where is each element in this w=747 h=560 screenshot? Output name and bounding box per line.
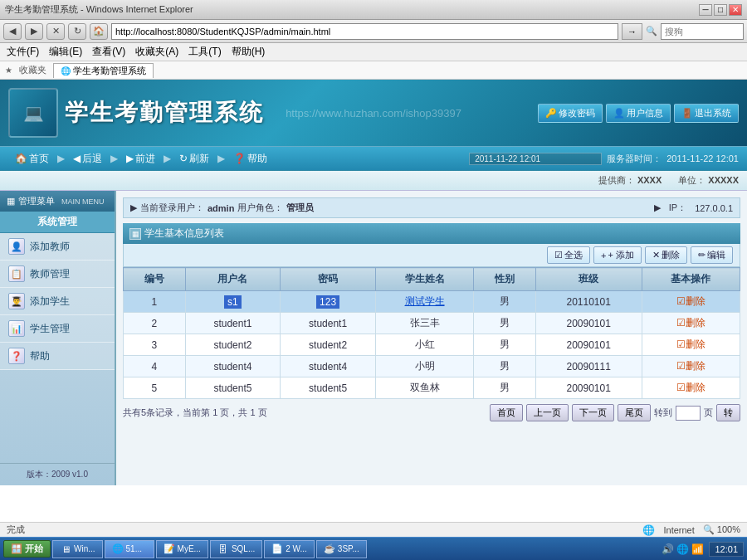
live-search-icon: 🔍 — [646, 26, 657, 37]
taskbar-clock: 12:01 — [709, 542, 744, 557]
cell-password: student4 — [281, 356, 376, 377]
lock-icon: 🔑 — [545, 108, 557, 119]
delete-action-link[interactable]: ☑删除 — [676, 338, 706, 350]
nav-refresh[interactable]: ↻ 刷新 — [173, 150, 216, 168]
table-row: 3 student2 student2 小红 男 20090101 ☑删除 — [124, 334, 740, 356]
cell-class: 20090111 — [535, 356, 642, 377]
forward-button[interactable]: ▶ — [25, 23, 43, 40]
sidebar-item-help[interactable]: ❓ 帮助 — [0, 343, 115, 370]
go-page-button[interactable]: 转 — [716, 404, 740, 421]
taskbar: 🪟 开始 🖥 Win... 🌐 51... 📝 MyE... 🗄 SQL... … — [0, 537, 747, 560]
cell-action[interactable]: ☑删除 — [642, 313, 740, 334]
logout-button[interactable]: 🚪 退出系统 — [674, 104, 739, 123]
sidebar-label-add-student: 添加学生 — [30, 295, 70, 309]
cell-password[interactable]: 123 — [281, 291, 376, 313]
cell-action[interactable]: ☑删除 — [642, 377, 740, 399]
cell-name: 小明 — [375, 356, 473, 377]
next-page-button[interactable]: 下一页 — [572, 404, 614, 421]
favorites-label: 收藏夹 — [19, 64, 46, 76]
menu-file[interactable]: 文件(F) — [7, 45, 39, 59]
browser-toolbar: ◀ ▶ ✕ ↻ 🏠 → 🔍 — [0, 20, 747, 43]
cell-action[interactable]: ☑删除 — [642, 291, 740, 313]
start-button[interactable]: 🪟 开始 — [3, 540, 51, 558]
home-button[interactable]: 🏠 — [90, 23, 108, 40]
menu-edit[interactable]: 编辑(E) — [49, 45, 82, 59]
cell-username[interactable]: s1 — [185, 291, 281, 313]
favorites-tab[interactable]: 🌐 学生考勤管理系统 — [53, 63, 154, 78]
cell-name[interactable]: 测试学生 — [375, 291, 473, 313]
nav-forward[interactable]: ▶ 前进 — [120, 150, 162, 168]
cell-action[interactable]: ☑删除 — [642, 334, 740, 356]
sidebar-item-add-teacher[interactable]: 👤 添加教师 — [0, 233, 115, 261]
ip-value: 127.0.0.1 — [695, 203, 733, 213]
browser-title: 学生考勤管理系统 - Windows Internet Explorer — [5, 3, 193, 16]
back-button[interactable]: ◀ — [3, 23, 22, 40]
stop-button[interactable]: ✕ — [46, 23, 65, 40]
minimize-button[interactable]: ─ — [699, 4, 712, 16]
nav-help[interactable]: ❓ 帮助 — [227, 150, 274, 168]
menu-view[interactable]: 查看(V) — [92, 45, 125, 59]
taskbar-item-3[interactable]: 🗄 SQL... — [210, 540, 262, 558]
delete-action-link[interactable]: ☑删除 — [676, 360, 706, 372]
delete-action-link[interactable]: ☑删除 — [676, 317, 706, 329]
menu-tools[interactable]: 工具(T) — [188, 45, 221, 59]
menu-favorites[interactable]: 收藏夹(A) — [135, 45, 178, 59]
taskbar-item-4[interactable]: 📄 2 W... — [264, 540, 315, 558]
taskbar-item-0[interactable]: 🖥 Win... — [52, 540, 103, 558]
close-button[interactable]: ✕ — [729, 4, 742, 16]
add-button[interactable]: + + 添加 — [593, 246, 642, 264]
user-role: 管理员 — [286, 202, 314, 214]
col-header-action: 基本操作 — [642, 268, 740, 291]
taskbar-icon-3: 🗄 — [217, 543, 229, 555]
cell-action[interactable]: ☑删除 — [642, 356, 740, 377]
last-page-button[interactable]: 尾页 — [618, 404, 651, 421]
sidebar-grid-icon: ▦ — [7, 196, 15, 207]
table-title-bar: ▦ 学生基本信息列表 — [123, 223, 740, 244]
zoom-level: 🔍 100% — [703, 524, 740, 535]
logo-image: 💻 — [8, 88, 58, 138]
delete-action-link[interactable]: ☑删除 — [676, 295, 706, 307]
taskbar-item-2[interactable]: 📝 MyE... — [156, 540, 208, 558]
sidebar-item-teacher-manage[interactable]: 📋 教师管理 — [0, 261, 115, 288]
user-info-button[interactable]: 👤 用户信息 — [606, 104, 671, 123]
change-password-button[interactable]: 🔑 修改密码 — [538, 104, 603, 123]
sidebar-label-teacher-manage: 教师管理 — [30, 267, 70, 281]
nav-back[interactable]: ◀ 后退 — [66, 150, 109, 168]
select-all-button[interactable]: ☑ 全选 — [547, 246, 590, 264]
table-area: ▶ 当前登录用户： admin 用户角色： 管理员 ▶ IP： 127.0.0.… — [116, 191, 747, 485]
prev-page-button[interactable]: 上一页 — [526, 404, 569, 421]
server-input: 2011-11-22 12:01 — [469, 153, 602, 165]
menu-help[interactable]: 帮助(H) — [232, 45, 266, 59]
toolbar-bar: ☑ 全选 + + 添加 ✕ 删除 ✏ 编辑 — [123, 244, 740, 267]
page-input[interactable] — [676, 406, 701, 421]
edit-button[interactable]: ✏ 编辑 — [691, 246, 733, 264]
data-table: 编号 用户名 密码 学生姓名 性别 班级 基本操作 1 s1 123 测试学生 … — [123, 267, 740, 399]
search-input[interactable] — [661, 23, 744, 40]
refresh-button[interactable]: ↻ — [68, 23, 86, 40]
taskbar-icon-0: 🖥 — [60, 543, 71, 555]
fav-tab-icon: 🌐 — [61, 66, 71, 75]
go-button[interactable]: → — [622, 23, 642, 40]
taskbar-item-1[interactable]: 🌐 51... — [105, 540, 154, 558]
sidebar-item-student-manage[interactable]: 📊 学生管理 — [0, 315, 115, 343]
sidebar-item-add-student[interactable]: 👨‍🎓 添加学生 — [0, 288, 115, 315]
first-page-button[interactable]: 首页 — [490, 404, 523, 421]
address-bar[interactable] — [111, 23, 618, 40]
edit-icon: ✏ — [698, 250, 706, 261]
status-bar: 完成 🌐 Internet 🔍 100% — [0, 522, 747, 537]
arrow-icon-right: ▶ — [654, 202, 661, 213]
zone-text: Internet — [663, 525, 694, 535]
col-header-password: 密码 — [281, 268, 376, 291]
sidebar-label-student-manage: 学生管理 — [30, 322, 70, 336]
delete-button[interactable]: ✕ 删除 — [645, 246, 687, 264]
cell-gender: 男 — [474, 313, 536, 334]
col-header-id: 编号 — [124, 268, 186, 291]
cell-class: 20090101 — [535, 334, 642, 356]
taskbar-item-5[interactable]: ☕ 3SP... — [316, 540, 367, 558]
nav-home[interactable]: 🏠 首页 — [8, 150, 56, 168]
delete-action-link[interactable]: ☑删除 — [676, 382, 706, 393]
table-row: 1 s1 123 测试学生 男 20110101 ☑删除 — [124, 291, 740, 313]
back-icon: ◀ — [73, 153, 81, 164]
maximize-button[interactable]: □ — [714, 4, 727, 16]
star-icon: ★ — [5, 66, 12, 75]
